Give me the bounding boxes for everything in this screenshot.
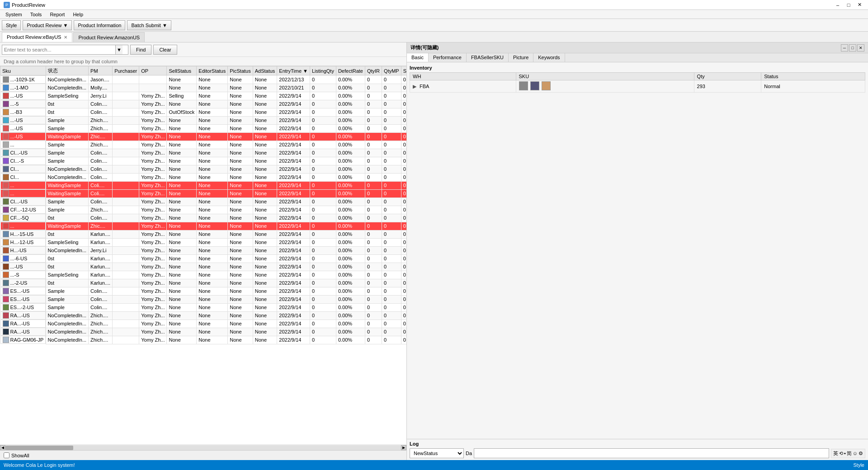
table-row[interactable]: ...-SSampleSelingKarlun....Yomy Zh...Non… bbox=[0, 271, 407, 279]
find-button[interactable]: Find bbox=[130, 45, 151, 55]
table-row[interactable]: H...-USNoCompletedIn...Jerry.LiYomy Zh..… bbox=[0, 246, 407, 254]
product-info-button[interactable]: Product Information bbox=[74, 20, 125, 30]
table-row[interactable]: Cl...-USSampleColin....Yomy Zh...NoneNon… bbox=[0, 197, 407, 206]
scroll-thumb[interactable] bbox=[5, 446, 73, 450]
app-icon: P bbox=[4, 2, 10, 8]
show-all-check[interactable]: ShowAll bbox=[4, 452, 29, 458]
table-row[interactable]: RAG-GM06-JPNoCompletedIn...Zhich....Yomy… bbox=[0, 336, 407, 344]
tab-amazonus[interactable]: Product Review:AmazonUS bbox=[73, 32, 145, 42]
close-button[interactable]: ✕ bbox=[854, 0, 864, 9]
table-row[interactable]: ...-6-US0stKarlun....Yomy Zh...NoneNoneN… bbox=[0, 254, 407, 263]
tab-performance[interactable]: Performance bbox=[429, 53, 467, 62]
table-row[interactable]: ...WaitingSampleColi....Yomy Zh...NoneNo… bbox=[0, 189, 407, 197]
col-purchaser[interactable]: Purchaser bbox=[113, 66, 139, 75]
scroll-right[interactable]: ▶ bbox=[401, 445, 406, 450]
col-pm[interactable]: PM bbox=[89, 66, 113, 75]
tab-ebayus[interactable]: Product Review:eBayUS ✕ bbox=[2, 32, 72, 42]
log-tool-dot[interactable]: • bbox=[844, 451, 846, 456]
table-cell: 0.00% bbox=[336, 336, 365, 344]
expand-arrow[interactable]: ▶ bbox=[413, 84, 416, 89]
col-editorstatus[interactable]: EditorStatus bbox=[197, 66, 228, 75]
table-row[interactable]: RA...-USNoCompletedIn...Zhich....Yomy Zh… bbox=[0, 320, 407, 328]
table-row[interactable]: ES...-2-USSampleColin....Yomy Zh...NoneN… bbox=[0, 303, 407, 311]
table-cell: Colin.... bbox=[89, 157, 113, 165]
table-row[interactable]: H...-15-US0stKarlun....Yomy Zh...NoneNon… bbox=[0, 230, 407, 238]
table-row[interactable]: H...-12-USSampleSelingKarlun....Yomy Zh.… bbox=[0, 238, 407, 246]
menu-tools[interactable]: Tools bbox=[27, 10, 46, 19]
table-row[interactable]: CF...-12-USSampleZhich....Yomy Zh...None… bbox=[0, 206, 407, 214]
show-all-checkbox[interactable] bbox=[4, 452, 9, 458]
table-cell: Yomy Zh... bbox=[139, 165, 167, 173]
scroll-left[interactable]: ◀ bbox=[0, 445, 5, 450]
table-row[interactable]: ...-USWaitingSampleZhic....Yomy Zh...Non… bbox=[0, 132, 407, 141]
minimize-button[interactable]: – bbox=[833, 0, 843, 9]
search-dropdown[interactable]: ▼ bbox=[115, 45, 123, 54]
log-tool-zh[interactable]: 简 bbox=[847, 450, 852, 457]
col-sellstatus[interactable]: SellStatus bbox=[167, 66, 197, 75]
tab-keywords[interactable]: Keywords bbox=[533, 53, 565, 62]
menu-help[interactable]: Help bbox=[69, 10, 87, 19]
table-row[interactable]: ...WaitingSampleColi....Yomy Zh...NoneNo… bbox=[0, 181, 407, 189]
tab-close-ebayus[interactable]: ✕ bbox=[64, 35, 67, 40]
horizontal-scrollbar[interactable]: ◀ ▶ bbox=[0, 445, 406, 450]
batch-submit-button[interactable]: Batch Submit ▼ bbox=[127, 20, 171, 30]
table-cell: None bbox=[228, 263, 253, 271]
table-cell: 0.00% bbox=[336, 214, 365, 222]
col-picstatus[interactable]: PicStatus bbox=[228, 66, 253, 75]
table-cell: 0 bbox=[401, 132, 406, 141]
col-adstatus[interactable]: AdStatus bbox=[253, 66, 277, 75]
search-input[interactable] bbox=[2, 45, 115, 54]
table-row[interactable]: Cl...NoCompletedIn...Colin....Yomy Zh...… bbox=[0, 173, 407, 181]
log-tool-en[interactable]: 英 bbox=[833, 450, 838, 457]
style-button[interactable]: Style bbox=[2, 20, 21, 30]
table-row[interactable]: ...-B30stColin....Yomy Zh...OutOfStockNo… bbox=[0, 108, 407, 116]
table-row[interactable]: ...-USSampleZhich....Yomy Zh...NoneNoneN… bbox=[0, 116, 407, 124]
table-cell: Zhich.... bbox=[89, 320, 113, 328]
table-row[interactable]: ...-50stColin....Yomy Zh...NoneNoneNoneN… bbox=[0, 100, 407, 108]
table-row[interactable]: Cl...-SSampleColin....Yomy Zh...NoneNone… bbox=[0, 157, 407, 165]
col-shipping[interactable]: Shipping bbox=[401, 66, 406, 75]
table-row[interactable]: RA...-USNoCompletedIn...Zhich....Yomy Zh… bbox=[0, 328, 407, 336]
table-row[interactable]: ES...-USSampleColin....Yomy Zh...NoneNon… bbox=[0, 295, 407, 303]
col-sku[interactable]: Sku bbox=[0, 66, 46, 75]
tab-fbaseller[interactable]: FBASellerSKU bbox=[467, 53, 509, 62]
col-listingqty[interactable]: ListingQty bbox=[310, 66, 336, 75]
table-row[interactable]: ...-2-US0stKarlun....Yomy Zh...NoneNoneN… bbox=[0, 279, 407, 287]
table-row[interactable]: RA...-USNoCompletedIn...Zhich....Yomy Zh… bbox=[0, 311, 407, 320]
table-cell: None bbox=[167, 320, 197, 328]
table-row[interactable]: ...-US0stKarlun....Yomy Zh...NoneNoneNon… bbox=[0, 263, 407, 271]
col-entrytime[interactable]: EntryTime ▼ bbox=[277, 66, 310, 75]
log-status-select[interactable]: NewStatus bbox=[410, 448, 464, 458]
col-qtyir[interactable]: QtyIR bbox=[365, 66, 382, 75]
clear-button[interactable]: Clear bbox=[153, 45, 177, 55]
table-row[interactable]: ...-1029-1KNoCompletedIn...Jason....None… bbox=[0, 75, 407, 84]
table-row[interactable]: ...-1-MONoCompletedIn...Molly....NoneNon… bbox=[0, 84, 407, 92]
menu-report[interactable]: Report bbox=[46, 10, 68, 19]
table-row[interactable]: Cl...NoCompletedIn...Colin....Yomy Zh...… bbox=[0, 165, 407, 173]
col-op[interactable]: OP bbox=[139, 66, 167, 75]
table-container[interactable]: Sku 状态 PM Purchaser OP SellStatus Editor… bbox=[0, 66, 406, 445]
table-row[interactable]: ES...-USSampleColin....Yomy Zh...NoneNon… bbox=[0, 287, 407, 295]
col-defectrate[interactable]: DefectRate bbox=[336, 66, 365, 75]
scroll-track[interactable] bbox=[5, 446, 401, 450]
right-panel-close[interactable]: ✕ bbox=[857, 44, 864, 52]
table-row[interactable]: Cl...-USSampleColin....Yomy Zh...NoneNon… bbox=[0, 149, 407, 157]
table-row[interactable]: ...-USSampleZhich....Yomy Zh...NoneNoneN… bbox=[0, 124, 407, 132]
log-tool-settings[interactable]: ⚙ bbox=[859, 451, 863, 456]
table-row[interactable]: ...SampleZhich....Yomy Zh...NoneNoneNone… bbox=[0, 141, 407, 149]
table-row[interactable]: ...WaitingSampleZhic....Yomy Zh...NoneNo… bbox=[0, 222, 407, 230]
menu-system[interactable]: System bbox=[2, 10, 26, 19]
log-tool-undo[interactable]: ⟲ bbox=[839, 451, 843, 456]
tab-picture[interactable]: Picture bbox=[509, 53, 533, 62]
table-row[interactable]: ...-USSampleSelingJerry.LiYomy Zh...Sell… bbox=[0, 92, 407, 100]
table-row[interactable]: CF...-5Q0stColin....Yomy Zh...NoneNoneNo… bbox=[0, 214, 407, 222]
right-panel-minimize[interactable]: ─ bbox=[841, 44, 848, 52]
right-panel-maximize[interactable]: □ bbox=[849, 44, 856, 52]
col-qtymp[interactable]: QtyMP bbox=[382, 66, 401, 75]
log-input[interactable] bbox=[474, 448, 829, 458]
tab-basic[interactable]: Basic bbox=[407, 53, 429, 62]
log-tool-emoji[interactable]: ☺ bbox=[853, 451, 858, 456]
col-status[interactable]: 状态 bbox=[46, 66, 89, 75]
maximize-button[interactable]: □ bbox=[844, 0, 854, 9]
product-review-button[interactable]: Product Review ▼ bbox=[23, 20, 72, 30]
